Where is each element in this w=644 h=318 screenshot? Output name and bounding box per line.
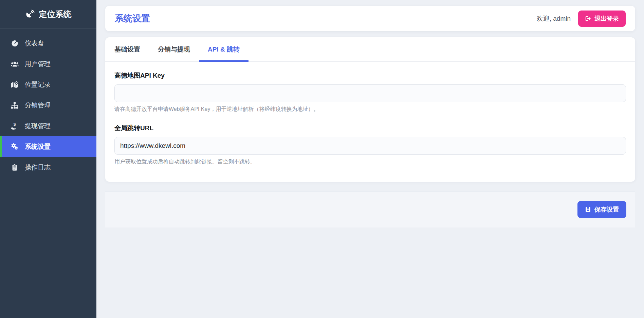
tab-label: API & 跳转 xyxy=(208,46,240,53)
sidebar-item-label: 位置记录 xyxy=(25,80,51,89)
cogs-icon xyxy=(10,143,19,151)
amap-api-key-label: 高德地图API Key xyxy=(114,71,626,80)
top-bar: 系统设置 欢迎, admin 退出登录 xyxy=(105,6,635,31)
sidebar-item-label: 分销管理 xyxy=(25,101,51,110)
sidebar-item-dashboard[interactable]: 仪表盘 xyxy=(0,33,96,54)
global-redirect-url-input[interactable] xyxy=(114,137,626,155)
sidebar-item-label: 仪表盘 xyxy=(25,39,44,48)
sidebar-item-logs[interactable]: 操作日志 xyxy=(0,157,96,178)
save-icon xyxy=(585,206,591,213)
settings-card: 基础设置 分销与提现 API & 跳转 高德地图API Key 请在高德开放平台… xyxy=(105,37,635,182)
top-bar-right: 欢迎, admin 退出登录 xyxy=(537,11,626,27)
sidebar-item-label: 用户管理 xyxy=(25,60,51,68)
tab-distribution-withdraw[interactable]: 分销与提现 xyxy=(149,37,199,62)
sitemap-icon xyxy=(10,102,19,109)
sidebar-nav: 仪表盘 用户管理 xyxy=(0,33,96,178)
settings-form: 高德地图API Key 请在高德开放平台申请Web服务API Key，用于逆地址… xyxy=(105,62,635,182)
save-bar: 保存设置 xyxy=(105,191,635,227)
satellite-dish-icon xyxy=(25,9,35,19)
sidebar-item-distribution[interactable]: 分销管理 xyxy=(0,95,96,116)
logout-label: 退出登录 xyxy=(594,15,619,23)
tab-label: 基础设置 xyxy=(114,46,140,53)
page-title: 系统设置 xyxy=(115,13,150,24)
sidebar-item-label: 提现管理 xyxy=(25,122,51,131)
welcome-text: 欢迎, admin xyxy=(537,14,571,23)
tab-api-redirect[interactable]: API & 跳转 xyxy=(199,37,249,62)
field-amap-api-key: 高德地图API Key 请在高德开放平台申请Web服务API Key，用于逆地址… xyxy=(114,71,626,113)
sidebar-item-settings[interactable]: 系统设置 xyxy=(0,136,96,157)
hand-dollar-icon: $ xyxy=(10,122,19,130)
global-redirect-url-label: 全局跳转URL xyxy=(114,124,626,133)
amap-api-key-help: 请在高德开放平台申请Web服务API Key，用于逆地址解析（将经纬度转换为地址… xyxy=(114,106,626,113)
sidebar: 定位系统 仪表盘 xyxy=(0,0,96,318)
tab-basic-settings[interactable]: 基础设置 xyxy=(106,37,149,62)
sidebar-item-locations[interactable]: 位置记录 xyxy=(0,74,96,95)
save-settings-button[interactable]: 保存设置 xyxy=(577,201,626,218)
clipboard-icon xyxy=(10,163,19,171)
sidebar-item-label: 系统设置 xyxy=(25,142,51,151)
sidebar-item-withdrawals[interactable]: $ 提现管理 xyxy=(0,116,96,136)
main-content: 系统设置 欢迎, admin 退出登录 基础设置 分销与提现 xyxy=(96,0,644,318)
tab-bar: 基础设置 分销与提现 API & 跳转 xyxy=(105,37,635,62)
gauge-icon xyxy=(10,39,19,47)
users-icon xyxy=(10,60,19,68)
save-label: 保存设置 xyxy=(594,205,619,214)
svg-text:$: $ xyxy=(14,122,16,127)
sign-out-icon xyxy=(585,16,591,22)
app-root: 定位系统 仪表盘 xyxy=(0,0,644,318)
map-marker-icon xyxy=(10,81,19,88)
logout-button[interactable]: 退出登录 xyxy=(578,11,626,27)
sidebar-item-label: 操作日志 xyxy=(25,163,51,172)
global-redirect-url-help: 用户获取位置成功后将自动跳转到此链接。留空则不跳转。 xyxy=(114,158,626,165)
field-global-redirect-url: 全局跳转URL 用户获取位置成功后将自动跳转到此链接。留空则不跳转。 xyxy=(114,124,626,165)
app-logo: 定位系统 xyxy=(0,0,96,29)
amap-api-key-input[interactable] xyxy=(114,84,626,102)
sidebar-item-users[interactable]: 用户管理 xyxy=(0,54,96,74)
app-title: 定位系统 xyxy=(39,9,72,20)
tab-label: 分销与提现 xyxy=(158,46,190,53)
